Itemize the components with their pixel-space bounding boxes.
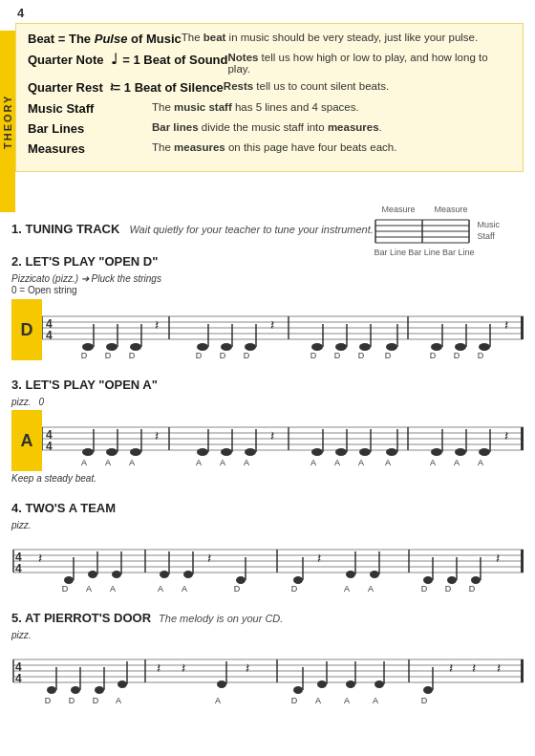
svg-text:A: A [310,458,316,467]
svg-text:A: A [454,458,460,467]
svg-point-194 [95,686,104,694]
svg-text:A: A [373,696,378,705]
svg-point-202 [217,680,226,688]
svg-text:D: D [430,351,437,360]
svg-point-161 [370,571,379,578]
term-quarter-note: Quarter Note ♩ = 1 Beat of Sound [28,52,227,67]
section-4-svg: 4 4 𝄽 D A [11,532,524,594]
svg-text:D: D [334,351,341,360]
section-5-svg: 4 4 D D D [11,642,524,711]
svg-point-38 [245,343,256,351]
svg-point-25 [106,343,118,351]
theory-row-quarter-note: Quarter Note ♩ = 1 Beat of Sound Notes t… [28,52,513,75]
page-container: 4 THEORY Beat = The Pulse of Music The b… [0,0,535,756]
def-measures: The measures on this page have four beat… [152,141,513,153]
svg-point-147 [183,571,193,578]
section-2-note-box: D [11,299,42,360]
svg-text:A: A [196,458,202,467]
svg-point-141 [112,571,121,578]
svg-text:A: A [385,458,391,467]
section-3-staff: A 4 4 [11,410,524,471]
svg-text:D: D [358,351,365,360]
section-5-subtitle: The melody is on your CD. [159,613,283,624]
svg-point-48 [359,343,371,351]
svg-text:D: D [478,351,484,360]
svg-text:D: D [81,351,88,360]
theory-row-beat: Beat = The Pulse of Music The beat in mu… [28,32,513,46]
def-music-staff: The music staff has 5 lines and 4 spaces… [152,101,513,113]
svg-text:D: D [45,696,52,705]
section-2-svg: 4 4 D D [11,299,524,360]
theory-box: Beat = The Pulse of Music The beat in mu… [15,23,524,172]
svg-rect-8 [42,299,524,360]
svg-text:D: D [244,351,250,360]
svg-text:D: D [469,584,476,594]
section-2-pizz: Pizzicato (pizz.) ➔ Pluck the strings [11,273,524,284]
section-1-header: 1. TUNING TRACK [11,222,119,236]
section-pierrot: 5. AT PIERROT'S DOOR The melody is on yo… [11,611,524,711]
section-4-pizz: pizz. [11,520,524,530]
main-content: 1. TUNING TRACK Wait quietly for your te… [11,222,524,728]
svg-point-94 [245,448,256,456]
svg-text:D: D [291,584,298,594]
svg-point-78 [82,448,94,456]
svg-point-60 [479,343,490,351]
svg-text:D: D [454,351,460,360]
svg-text:D: D [220,351,226,360]
svg-text:D: D [385,351,392,360]
svg-point-188 [47,686,56,694]
svg-text:D: D [105,351,112,360]
measure-label-1: Measure [381,205,415,214]
svg-point-170 [471,576,481,584]
svg-text:A: A [358,458,364,467]
svg-text:D: D [310,351,317,360]
svg-point-42 [311,343,323,351]
def-bar-lines: Bar lines divide the music staff into me… [152,121,513,133]
section-3-open: 0 [39,397,45,407]
svg-point-135 [64,576,74,584]
svg-text:A: A [110,584,116,594]
theory-row-quarter-rest: Quarter Rest 𝄽 = 1 Beat of Silence Rests… [28,80,513,96]
svg-text:A: A [315,696,321,705]
section-3-keep-steady: Keep a steady beat. [11,473,524,484]
svg-rect-64 [42,410,524,471]
svg-text:A: A [129,458,135,467]
svg-text:A: A [368,584,374,594]
svg-point-209 [317,680,327,688]
svg-point-32 [197,343,208,351]
section-2-open: 0 = Open string [11,285,524,295]
section-3-pizz: pizz. [11,397,32,407]
svg-point-167 [447,576,457,584]
svg-point-45 [335,343,347,351]
svg-point-116 [479,448,490,456]
def-quarter-rest: Rests tell us to count silent beats. [224,80,513,92]
svg-point-104 [359,448,371,456]
svg-text:A: A [430,458,436,467]
term-quarter-rest: Quarter Rest 𝄽 = 1 Beat of Silence [28,80,224,96]
svg-text:4: 4 [46,440,53,453]
svg-text:A: A [182,584,187,594]
svg-text:4: 4 [46,329,53,342]
svg-text:D: D [234,584,241,594]
svg-point-110 [431,448,442,456]
svg-point-158 [346,571,355,578]
svg-point-84 [130,448,141,456]
svg-point-113 [455,448,466,456]
svg-point-215 [374,680,384,688]
page-number: 4 [17,6,24,20]
svg-text:A: A [244,458,249,467]
svg-point-191 [71,686,80,694]
theory-label: THEORY [2,94,13,148]
svg-point-88 [197,448,208,456]
section-2-staff: D 4 4 [11,299,524,360]
term-bar-lines: Bar Lines [28,121,152,136]
svg-text:A: A [220,458,225,467]
svg-point-91 [221,448,232,456]
def-beat: The beat in music should be very steady,… [182,32,513,43]
section-5-pizz: pizz. [11,630,524,640]
svg-point-81 [106,448,118,456]
svg-text:A: A [215,696,221,705]
term-measures: Measures [28,141,152,156]
svg-point-101 [335,448,347,456]
svg-point-57 [455,343,466,351]
